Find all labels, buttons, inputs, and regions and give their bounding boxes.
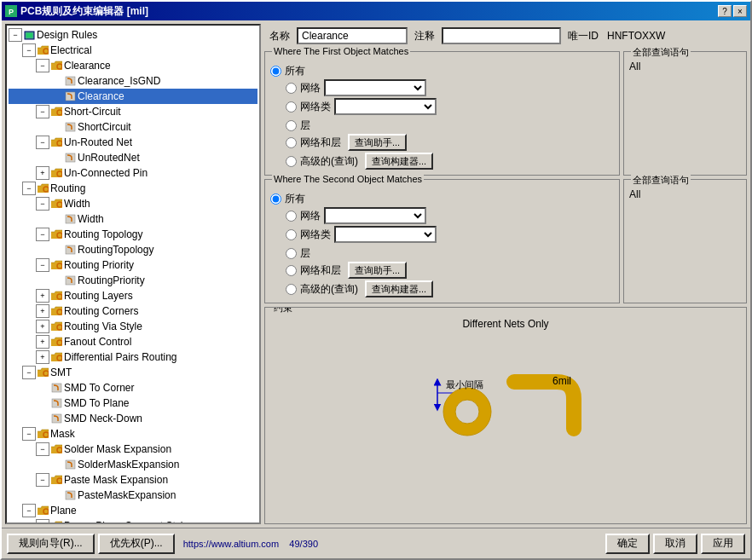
tree-item-diff-pairs-routing[interactable]: +Differential Pairs Routing — [9, 349, 257, 365]
expander-routing-priority[interactable]: − — [36, 258, 49, 272]
first-network-row: 网络 — [286, 79, 614, 96]
tree-item-solder-mask[interactable]: −Solder Mask Expansion — [9, 442, 257, 457]
second-net-dropdown[interactable] — [324, 207, 426, 224]
tree-item-routing[interactable]: −Routing — [9, 181, 257, 196]
expander-diff-pairs-routing[interactable]: + — [36, 350, 49, 364]
tree-item-clearance-leaf[interactable]: Clearance — [9, 89, 257, 104]
first-match-option-all[interactable]: 所有 — [270, 62, 614, 79]
tree-panel[interactable]: −Design Rules−Electrical−ClearanceCleara… — [5, 24, 261, 524]
expander-solder-mask[interactable]: − — [36, 442, 49, 456]
expander-routing-corners[interactable]: + — [36, 304, 49, 318]
expander-power-plane-connect[interactable]: − — [36, 519, 49, 524]
expander-smt[interactable]: − — [22, 366, 36, 379]
icon-paste-mask-leaf — [64, 489, 76, 501]
icon-electrical — [37, 44, 49, 56]
tree-item-smd-corner[interactable]: SMD To Corner — [9, 380, 257, 395]
tree-item-design-rules[interactable]: −Design Rules — [9, 27, 257, 43]
second-layer-label: 层 — [300, 246, 310, 261]
label-fanout-control: Fanout Control — [64, 336, 131, 348]
tree-item-routing-layers[interactable]: +Routing Layers — [9, 288, 257, 303]
comment-input[interactable] — [442, 27, 561, 44]
tree-item-smd-neck[interactable]: SMD Neck-Down — [9, 411, 257, 426]
tree-item-routing-topology-leaf[interactable]: RoutingTopology — [9, 242, 257, 257]
tree-item-solder-mask-leaf[interactable]: SolderMaskExpansion — [9, 457, 257, 472]
expander-routing[interactable]: − — [22, 182, 36, 195]
expander-clearance-group[interactable]: − — [36, 59, 49, 72]
tree-item-width-leaf[interactable]: Width — [9, 211, 257, 227]
tree-item-power-plane-connect[interactable]: −Power Plane Connect Style — [9, 518, 257, 524]
ok-button[interactable]: 确定 — [605, 534, 650, 554]
second-netclass-dropdown[interactable] — [334, 226, 437, 243]
name-input[interactable] — [297, 27, 408, 44]
expander-un-connected-pin[interactable]: + — [36, 166, 49, 180]
expander-paste-mask[interactable]: − — [36, 473, 49, 487]
first-advanced-row: 高级的(查询) 查询构建器... — [286, 153, 614, 170]
first-netclass-dropdown[interactable] — [334, 98, 437, 115]
expander-routing-layers[interactable]: + — [36, 289, 49, 303]
label-clearance-leaf: Clearance — [78, 90, 124, 102]
second-layer-row[interactable]: 层 — [286, 245, 614, 262]
svg-rect-33 — [66, 491, 75, 499]
expander-routing-topology[interactable]: − — [36, 228, 49, 241]
first-layer-label: 层 — [300, 118, 310, 133]
first-query-builder-btn[interactable]: 查询构建器... — [365, 153, 433, 170]
first-query-panel: 全部查询语句 All — [623, 51, 747, 176]
second-match-option-all[interactable]: 所有 — [270, 190, 614, 207]
expander-electrical[interactable]: − — [22, 43, 36, 57]
label-width: Width — [64, 198, 90, 210]
rules-wizard-button[interactable]: 规则向导(R)... — [7, 534, 95, 554]
first-net-dropdown[interactable] — [324, 79, 426, 96]
first-match-panel: Where The First Object Matches 所有 网络 — [264, 51, 620, 176]
tree-item-routing-priority[interactable]: −Routing Priority — [9, 257, 257, 273]
expander-plane[interactable]: − — [22, 504, 36, 517]
expander-fanout-control[interactable]: + — [36, 335, 49, 349]
tree-item-short-circuit[interactable]: −Short-Circuit — [9, 104, 257, 119]
label-routing-via-style: Routing Via Style — [64, 320, 142, 332]
tree-item-un-routed-net[interactable]: −Un-Routed Net — [9, 135, 257, 150]
first-query-helper-btn[interactable]: 查询助手... — [348, 134, 407, 151]
expander-short-circuit[interactable]: − — [36, 105, 49, 118]
expander-design-rules[interactable]: − — [9, 28, 22, 42]
tree-item-width[interactable]: −Width — [9, 196, 257, 211]
tree-item-fanout-control[interactable]: +Fanout Control — [9, 334, 257, 349]
second-query-builder-btn[interactable]: 查询构建器... — [365, 280, 433, 297]
tree-item-mask[interactable]: −Mask — [9, 426, 257, 442]
tree-item-routing-via-style[interactable]: +Routing Via Style — [9, 319, 257, 334]
label-routing-priority: Routing Priority — [64, 259, 134, 271]
label-solder-mask: Solder Mask Expansion — [64, 443, 171, 455]
apply-button[interactable]: 应用 — [701, 534, 745, 554]
expander-routing-via-style[interactable]: + — [36, 320, 49, 333]
priority-button[interactable]: 优先权(P)... — [98, 534, 175, 554]
comment-label: 注释 — [414, 29, 435, 43]
tree-item-routing-priority-leaf[interactable]: RoutingPriority — [9, 273, 257, 288]
label-mask: Mask — [50, 428, 75, 440]
expander-mask[interactable]: − — [22, 427, 36, 441]
close-button[interactable]: × — [733, 5, 747, 17]
icon-width-leaf — [64, 213, 76, 225]
tree-item-smd-plane[interactable]: SMD To Plane — [9, 395, 257, 411]
tree-item-clearance-group[interactable]: −Clearance — [9, 58, 257, 73]
tree-item-un-connected-pin[interactable]: +Un-Connected Pin — [9, 165, 257, 181]
first-layer-row[interactable]: 层 — [286, 117, 614, 134]
svg-rect-11 — [66, 153, 75, 162]
tree-item-short-circuit-leaf[interactable]: ShortCircuit — [9, 119, 257, 135]
tree-item-smt[interactable]: −SMT — [9, 365, 257, 380]
tree-item-plane[interactable]: −Plane — [9, 503, 257, 518]
second-query-helper-btn[interactable]: 查询助手... — [348, 262, 407, 279]
tree-item-unrouted-net-leaf[interactable]: UnRoutedNet — [9, 150, 257, 165]
help-button[interactable]: ? — [718, 5, 732, 17]
tree-item-paste-mask[interactable]: −Paste Mask Expansion — [9, 472, 257, 488]
tree-item-paste-mask-leaf[interactable]: PasteMaskExpansion — [9, 488, 257, 503]
cancel-button[interactable]: 取消 — [653, 534, 697, 554]
second-advanced-row: 高级的(查询) 查询构建器... — [286, 280, 614, 297]
expander-un-routed-net[interactable]: − — [36, 136, 49, 149]
second-netlayer-row[interactable]: 网络和层 查询助手... — [286, 262, 614, 279]
expander-width[interactable]: − — [36, 197, 49, 211]
tree-item-electrical[interactable]: −Electrical — [9, 43, 257, 58]
tree-item-routing-topology[interactable]: −Routing Topology — [9, 227, 257, 242]
tree-item-clearance-isgnd[interactable]: Clearance_IsGND — [9, 73, 257, 89]
label-smt: SMT — [50, 367, 72, 378]
app-icon: P — [5, 5, 17, 17]
tree-item-routing-corners[interactable]: +Routing Corners — [9, 303, 257, 319]
first-netlayer-row[interactable]: 网络和层 查询助手... — [286, 134, 614, 151]
